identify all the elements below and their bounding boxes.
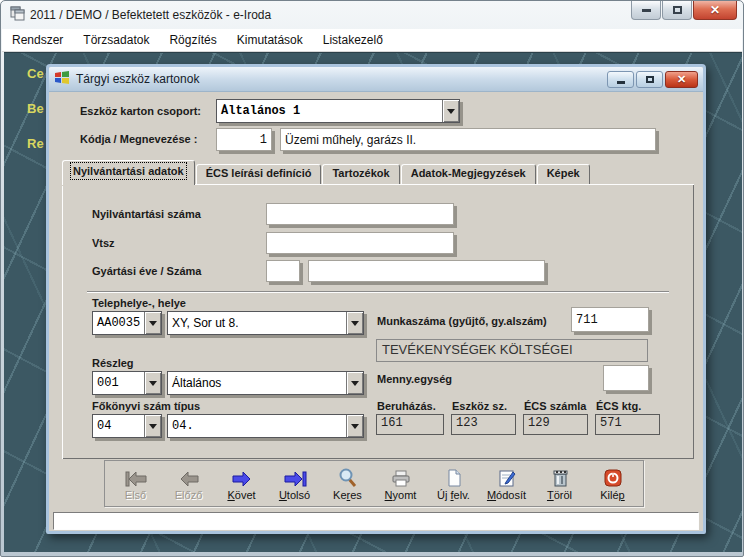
divider bbox=[87, 291, 669, 293]
exit-icon bbox=[603, 466, 623, 488]
last-record-button[interactable]: Utolsó bbox=[270, 463, 320, 505]
asset-card-dialog: Tárgyi eszköz kartonok ✕ Eszköz karton c… bbox=[46, 64, 706, 534]
unit-label: Menny.egység bbox=[377, 373, 452, 385]
reg-number-label: Nyilvántartási száma bbox=[92, 208, 201, 220]
dialog-title: Tárgyi eszköz kartonok bbox=[76, 72, 199, 86]
account-header-ecs-szamla: ÉCS számla bbox=[524, 400, 586, 412]
dialog-client: Eszköz karton csoport: Általános 1 Kódja… bbox=[49, 92, 703, 531]
maximize-button[interactable] bbox=[662, 1, 692, 20]
account-header-eszkoz: Eszköz sz. bbox=[452, 400, 507, 412]
minimize-icon bbox=[617, 81, 625, 84]
mfg-number-input[interactable] bbox=[308, 260, 545, 282]
status-bar bbox=[53, 512, 699, 530]
chevron-down-icon[interactable] bbox=[346, 415, 363, 437]
exit-button[interactable]: Kilép bbox=[588, 463, 638, 505]
site-code-value: AA0035 bbox=[93, 316, 144, 330]
account-value-eszkoz: 123 bbox=[451, 414, 516, 435]
tab-kepek[interactable]: Képek bbox=[537, 164, 590, 185]
menu-rogzites[interactable]: Rögzítés bbox=[159, 30, 226, 50]
tab-nyilvantartasi-adatok[interactable]: Nyilvántartási adatok bbox=[62, 160, 195, 185]
background-text-2: Be bbox=[27, 101, 44, 116]
chevron-down-icon[interactable] bbox=[346, 372, 363, 394]
code-input[interactable] bbox=[216, 128, 272, 151]
record-toolbar: Első Előző Követ bbox=[104, 460, 644, 507]
main-window: 2011 / DEMO / Befektetett eszközök - e-I… bbox=[0, 0, 744, 557]
site-name-combobox[interactable]: XY, Sor ut 8. bbox=[167, 311, 364, 335]
minimize-icon bbox=[642, 9, 651, 12]
mdi-client-area: Ce Be Re Tárgyi eszköz kartonok ✕ bbox=[4, 52, 742, 552]
vtsz-input[interactable] bbox=[266, 232, 454, 254]
tab-panel: Nyilvántartási száma Vtsz Gyártási éve /… bbox=[62, 184, 694, 459]
dept-code-value: 001 bbox=[93, 376, 144, 390]
dept-label: Részleg bbox=[92, 357, 134, 369]
dialog-icon bbox=[54, 70, 70, 89]
site-code-combobox[interactable]: AA0035 bbox=[92, 311, 162, 335]
print-button[interactable]: Nyomt bbox=[376, 463, 426, 505]
tab-adatok-megjegyzesek[interactable]: Adatok-Megjegyzések bbox=[401, 164, 536, 185]
mfg-label: Gyártási éve / Száma bbox=[92, 265, 201, 277]
menu-torzsadatok[interactable]: Törzsadatok bbox=[73, 30, 159, 50]
dept-name-value: Általános bbox=[168, 376, 346, 390]
account-value-beruhazas: 161 bbox=[376, 414, 444, 435]
first-record-button: Első bbox=[111, 463, 161, 505]
vtsz-label: Vtsz bbox=[92, 237, 115, 249]
chevron-down-icon[interactable] bbox=[346, 312, 363, 334]
site-label: Telephelye-, helye bbox=[92, 297, 186, 309]
account-value-ecs-ktg: 571 bbox=[595, 414, 660, 435]
menu-rendszer[interactable]: Rendszer bbox=[2, 30, 73, 50]
chevron-down-icon[interactable] bbox=[144, 312, 161, 334]
name-input[interactable] bbox=[280, 128, 656, 151]
asset-group-combobox[interactable]: Általános 1 bbox=[216, 99, 460, 123]
chevron-down-icon[interactable] bbox=[442, 100, 459, 122]
code-label: Kódja / Megnevezése : bbox=[80, 133, 197, 145]
dialog-close-button[interactable]: ✕ bbox=[665, 71, 698, 88]
worknum-label: Munkaszáma (gyűjtő, gy.alszám) bbox=[377, 315, 547, 327]
chevron-down-icon[interactable] bbox=[144, 415, 161, 437]
dept-code-combobox[interactable]: 001 bbox=[92, 371, 162, 395]
print-icon bbox=[390, 466, 412, 488]
reg-number-input[interactable] bbox=[266, 203, 454, 225]
mfg-year-input[interactable] bbox=[266, 260, 300, 282]
ledger-name-combobox[interactable]: 04. bbox=[167, 414, 364, 438]
search-button[interactable]: Keres bbox=[323, 463, 373, 505]
menu-bar: Rendszer Törzsadatok Rögzítés Kimutatáso… bbox=[2, 29, 742, 52]
new-record-icon bbox=[444, 466, 464, 488]
maximize-icon bbox=[646, 76, 654, 83]
minimize-button[interactable] bbox=[631, 1, 661, 20]
account-header-beruhazas: Beruházás. bbox=[377, 400, 436, 412]
next-record-button[interactable]: Követ bbox=[217, 463, 267, 505]
chevron-down-icon[interactable] bbox=[144, 372, 161, 394]
edit-icon bbox=[497, 466, 517, 488]
previous-icon bbox=[178, 466, 200, 488]
edit-button[interactable]: Módosít bbox=[482, 463, 532, 505]
close-icon: ✕ bbox=[710, 4, 720, 16]
background-text-3: Re bbox=[27, 136, 44, 151]
first-icon bbox=[124, 466, 148, 488]
ledger-code-value: 04 bbox=[93, 419, 144, 433]
group-label: Eszköz karton csoport: bbox=[80, 105, 201, 117]
next-icon bbox=[231, 466, 253, 488]
dept-name-combobox[interactable]: Általános bbox=[167, 371, 364, 395]
unit-input[interactable] bbox=[603, 365, 649, 391]
menu-listakezelo[interactable]: Listakezelő bbox=[313, 30, 393, 50]
app-icon bbox=[9, 5, 25, 25]
window-title: 2011 / DEMO / Befektetett eszközök - e-I… bbox=[30, 8, 271, 22]
menu-kimutatasok[interactable]: Kimutatások bbox=[227, 30, 313, 50]
ledger-code-combobox[interactable]: 04 bbox=[92, 414, 162, 438]
delete-button[interactable]: Töröl bbox=[535, 463, 585, 505]
maximize-icon bbox=[673, 6, 682, 14]
close-icon: ✕ bbox=[677, 74, 686, 85]
dialog-maximize-button[interactable] bbox=[636, 71, 663, 88]
asset-group-value: Általános 1 bbox=[217, 104, 442, 118]
tab-ecs-leirasi-definicio[interactable]: ÉCS leírási definíció bbox=[196, 164, 322, 185]
dialog-minimize-button[interactable] bbox=[607, 71, 634, 88]
new-record-button[interactable]: Új felv. bbox=[429, 463, 479, 505]
ledger-name-value: 04. bbox=[168, 419, 346, 433]
background-text-1: Ce bbox=[27, 66, 44, 81]
close-button[interactable]: ✕ bbox=[693, 1, 737, 20]
delete-icon bbox=[549, 466, 571, 488]
worknum-input[interactable] bbox=[571, 307, 649, 332]
last-icon bbox=[283, 466, 307, 488]
main-titlebar: 2011 / DEMO / Befektetett eszközök - e-I… bbox=[1, 1, 743, 29]
tab-tartozekok[interactable]: Tartozékok bbox=[322, 164, 399, 185]
